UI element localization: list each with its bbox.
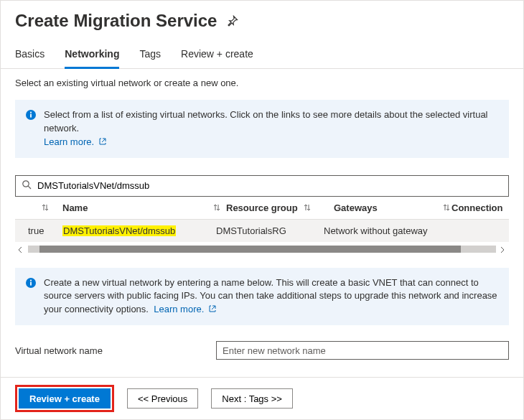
search-icon: [22, 179, 32, 192]
col-rg-label[interactable]: Resource group: [226, 202, 298, 213]
info-create-text: Create a new virtual network by entering…: [44, 277, 497, 315]
page-title: Create Migration Service: [15, 11, 217, 31]
row-gw-value: Network without gateway: [324, 225, 428, 236]
pin-icon[interactable]: [227, 15, 238, 27]
row-selected-value: true: [28, 225, 44, 236]
svg-rect-7: [30, 281, 32, 285]
previous-button[interactable]: << Previous: [127, 388, 198, 409]
vnet-search[interactable]: [15, 175, 509, 197]
external-link-icon: [209, 303, 216, 310]
vnet-name-label: Virtual network name: [15, 345, 202, 356]
col-gw-label[interactable]: Gateways: [334, 202, 378, 213]
sort-icon[interactable]: [441, 202, 452, 213]
svg-line-4: [28, 186, 31, 189]
svg-point-3: [23, 181, 29, 187]
tab-networking[interactable]: Networking: [65, 48, 119, 69]
svg-point-6: [30, 279, 32, 281]
scroll-left-icon[interactable]: [17, 245, 25, 253]
sort-icon[interactable]: [212, 202, 222, 213]
tab-bar: Basics Networking Tags Review + create: [1, 31, 523, 69]
vnet-search-input[interactable]: [36, 179, 502, 192]
info-select-text: Select from a list of existing virtual n…: [44, 109, 488, 134]
tab-review-create[interactable]: Review + create: [181, 48, 253, 68]
vnet-table-header: Name Resource group Gateways Connection: [15, 197, 509, 220]
info-icon: [25, 277, 37, 289]
row-rg-value: DMSTutorialsRG: [216, 225, 286, 236]
scroll-right-icon[interactable]: [499, 245, 507, 253]
info-box-select: Select from a list of existing virtual n…: [15, 100, 509, 158]
info-icon: [25, 109, 37, 121]
sort-icon[interactable]: [40, 202, 50, 213]
horizontal-scrollbar[interactable]: [15, 243, 509, 255]
intro-text: Select an existing virtual network or cr…: [15, 78, 509, 88]
review-create-button[interactable]: Review + create: [19, 388, 111, 409]
next-button[interactable]: Next : Tags >>: [211, 388, 293, 409]
vnet-name-input[interactable]: [216, 341, 509, 360]
scroll-track[interactable]: [28, 246, 496, 253]
external-link-icon: [99, 136, 106, 143]
col-name-label[interactable]: Name: [62, 202, 88, 213]
sort-icon[interactable]: [302, 202, 312, 213]
tab-basics[interactable]: Basics: [15, 48, 45, 68]
tab-tags[interactable]: Tags: [139, 48, 161, 68]
scroll-thumb[interactable]: [39, 246, 461, 253]
learn-more-link-create[interactable]: Learn more.: [151, 304, 216, 314]
footer-actions: Review + create << Previous Next : Tags …: [1, 377, 523, 419]
svg-point-1: [30, 112, 32, 113]
col-conn-label[interactable]: Connection: [452, 202, 503, 213]
table-row[interactable]: true DMSTutorialsVNet/dmssub DMSTutorial…: [15, 220, 509, 242]
info-box-create: Create a new virtual network by entering…: [15, 268, 509, 326]
row-name-value: DMSTutorialsVNet/dmssub: [62, 225, 176, 236]
svg-rect-2: [30, 114, 32, 118]
highlight-frame: Review + create: [15, 385, 114, 412]
learn-more-link-select[interactable]: Learn more.: [44, 136, 106, 147]
